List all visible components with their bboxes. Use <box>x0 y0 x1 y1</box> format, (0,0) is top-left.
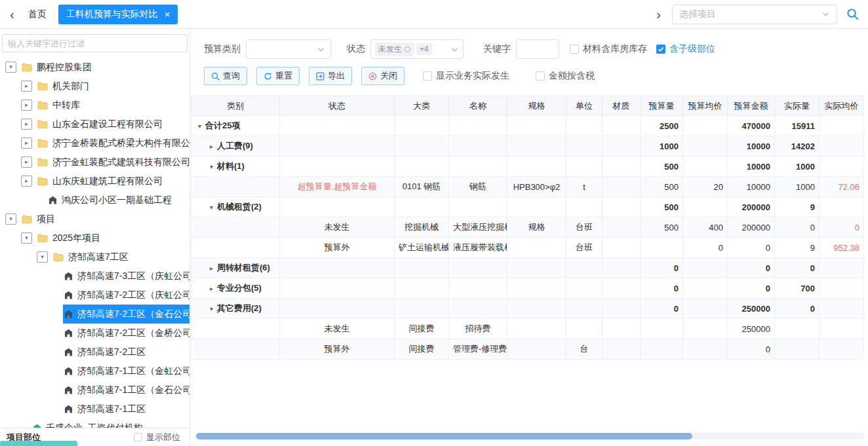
tree-node[interactable]: ▸济宁金虹装配式建筑科技有限公司 <box>0 153 189 172</box>
search-icon[interactable] <box>846 8 859 20</box>
collapse-group-icon[interactable]: ▾ <box>210 204 213 211</box>
query-button[interactable]: 查询 <box>204 67 247 85</box>
column-header-budget-amount[interactable]: 预算金额 <box>728 96 775 116</box>
collapse-group-icon[interactable]: ▾ <box>210 305 213 312</box>
tabs-scroll-right-icon[interactable]: › <box>652 8 665 21</box>
tree-node[interactable]: 济邹高速7-1工区 <box>0 400 189 418</box>
column-header-spec[interactable]: 规格 <box>507 96 566 116</box>
cell-status: 预算外 <box>280 339 395 360</box>
cell-major-class: 挖掘机械 <box>395 217 449 238</box>
column-header-status[interactable]: 状态 <box>280 96 395 116</box>
show-part-checkbox[interactable]: 显示部位 <box>134 432 180 443</box>
collapse-node-icon[interactable]: ▾ <box>37 251 48 263</box>
tree-node[interactable]: ▾鹏程控股集团 <box>0 58 189 77</box>
tree-node[interactable]: ▸中转库 <box>0 96 189 115</box>
tree-node[interactable]: ▸机关部门 <box>0 77 189 96</box>
table-row[interactable]: 未发生间接费招待费250000 <box>191 319 868 339</box>
show-actual-checkbox[interactable]: 显示业务实际发生 <box>423 70 509 82</box>
tree-node[interactable]: ▾项目 <box>0 210 189 229</box>
group-row[interactable]: ▾合计25项250047000015911 <box>191 116 868 136</box>
tree-filter[interactable] <box>2 34 187 52</box>
status-select[interactable]: 未发生 +4 <box>370 39 464 59</box>
horizontal-scrollbar[interactable] <box>194 433 865 439</box>
column-header-category[interactable]: 类别 <box>191 96 280 116</box>
tree-node[interactable]: 济邹高速7-2工区（庆虹公司） <box>0 286 189 305</box>
project-select[interactable]: 选择项目 <box>672 5 837 24</box>
column-header-name[interactable]: 名称 <box>449 96 507 116</box>
expand-group-icon[interactable]: ▸ <box>210 265 213 272</box>
tab-active[interactable]: 工料机预算与实际对比 × <box>58 5 178 24</box>
cell-spec <box>507 136 566 157</box>
column-header-material[interactable]: 材质 <box>602 96 641 116</box>
column-header-budget-avg-price[interactable]: 预算均价 <box>683 96 728 116</box>
tree-node[interactable]: 济邹高速7-2工区 <box>0 343 189 362</box>
tree-filter-input[interactable] <box>3 39 187 48</box>
include-sub-checkbox[interactable]: 含子级部位 <box>656 43 715 55</box>
expand-node-icon[interactable]: ▸ <box>21 157 32 168</box>
expand-node-icon[interactable]: ▸ <box>21 119 32 130</box>
tree-node-content: 济邹高速7-1工区 <box>63 400 189 418</box>
material-stock-checkbox[interactable]: 材料含库房库存 <box>570 43 647 55</box>
group-row[interactable]: ▾材料(1)500100001000 <box>191 157 868 177</box>
tree-node[interactable]: 千盛企业_工资代付机构 <box>0 418 189 428</box>
column-header-unit[interactable]: 单位 <box>566 96 602 116</box>
column-header-budget-qty[interactable]: 预算量 <box>641 96 683 116</box>
keyword-input[interactable] <box>516 39 559 59</box>
table-row[interactable]: 预算外间接费管理费-修理费台0 <box>191 339 868 360</box>
tax-checkbox[interactable]: 金额按含税 <box>536 70 595 82</box>
group-row[interactable]: ▾机械租赁(2)5002000009 <box>191 197 868 217</box>
collapsed-panel-handle[interactable] <box>0 441 77 446</box>
expand-node-icon[interactable]: ▸ <box>21 138 32 149</box>
tab-close-icon[interactable]: × <box>165 9 170 19</box>
tree-node[interactable]: 济邹高速7-3工区（庆虹公司） <box>0 267 189 286</box>
group-row[interactable]: ▸人工费(9)10001000014202 <box>191 136 868 157</box>
tree-node[interactable]: ▸山东庆虹建筑工程有限公司 <box>0 172 189 191</box>
group-row[interactable]: ▾其它费用(2)02500000 <box>191 299 868 319</box>
collapse-node-icon[interactable]: ▾ <box>5 62 16 73</box>
tabs-scroll-left-icon[interactable]: ‹ <box>5 8 19 21</box>
tree-node[interactable]: 鸿庆公司小区一期基础工程 <box>0 191 189 210</box>
expand-node-icon[interactable]: ▸ <box>21 176 32 187</box>
tree-node[interactable]: ▾济邹高速7工区 <box>0 248 189 267</box>
expand-group-icon[interactable]: ▸ <box>210 143 213 150</box>
column-header-actual-avg-price[interactable]: 实际均价 <box>819 96 864 116</box>
status-tag[interactable]: 未发生 <box>375 43 414 56</box>
expand-node-icon[interactable]: ▸ <box>21 100 32 111</box>
expand-group-icon[interactable]: ▸ <box>210 285 213 292</box>
tree-node-label: 项目 <box>37 214 55 225</box>
tree-node[interactable]: 济邹高速7-1工区（金虹公司） <box>0 362 189 381</box>
tree-node[interactable]: 济邹高速7-2工区（金石公司） <box>0 305 189 324</box>
building-icon <box>64 291 73 299</box>
tree-node[interactable]: ▸山东金石建设工程有限公司 <box>0 115 189 134</box>
tree-node[interactable]: ▾2025年项目 <box>0 229 189 248</box>
tree-node[interactable]: 济邹高速7-1工区（金石公司） <box>0 381 189 400</box>
include-sub-label: 含子级部位 <box>669 43 715 55</box>
cell-status <box>280 116 395 136</box>
group-row[interactable]: ▸周转材租赁(6)000 <box>191 258 868 278</box>
export-button[interactable]: 导出 <box>309 67 352 85</box>
reset-button[interactable]: 重置 <box>256 67 300 85</box>
cell-budget-amount: 0 <box>728 258 775 278</box>
collapse-node-icon[interactable]: ▾ <box>21 232 32 244</box>
cell-actual-qty: 0 <box>775 299 819 319</box>
column-header-actual-qty[interactable]: 实际量 <box>775 96 819 116</box>
table-row[interactable]: 未发生挖掘机械大型液压挖掘机规格台班50040020000000 <box>191 217 868 238</box>
tree-node[interactable]: 济邹高速7-2工区（金桥公司） <box>0 324 189 343</box>
group-row[interactable]: ▸专业分包(5)00700 <box>191 278 868 299</box>
expand-node-icon[interactable]: ▸ <box>21 81 32 92</box>
collapse-group-icon[interactable]: ▾ <box>198 122 201 130</box>
cell-actual-avg-price <box>819 278 864 299</box>
tree-node[interactable]: ▸济宁金桥装配式桥梁大构件有限公司 <box>0 134 189 153</box>
tag-close-icon[interactable] <box>404 46 410 52</box>
table-row[interactable]: 超预算量,超预算金额0101 钢筋钢筋HPB300>φ2t50020100001… <box>191 177 868 197</box>
tree-node-content: 济邹高速7工区 <box>52 248 189 267</box>
column-header-major-class[interactable]: 大类 <box>395 96 449 116</box>
table-row[interactable]: 预算外铲土运输机械液压履带装载机台班009952.38 <box>191 238 868 258</box>
scrollbar-thumb[interactable] <box>196 433 692 439</box>
collapse-node-icon[interactable]: ▾ <box>5 214 16 225</box>
close-button[interactable]: 关闭 <box>361 67 404 85</box>
cell-actual-avg-price <box>819 319 864 339</box>
tab-home[interactable]: 首页 <box>19 9 56 20</box>
collapse-group-icon[interactable]: ▾ <box>210 163 213 170</box>
budget-category-select[interactable] <box>246 39 331 59</box>
